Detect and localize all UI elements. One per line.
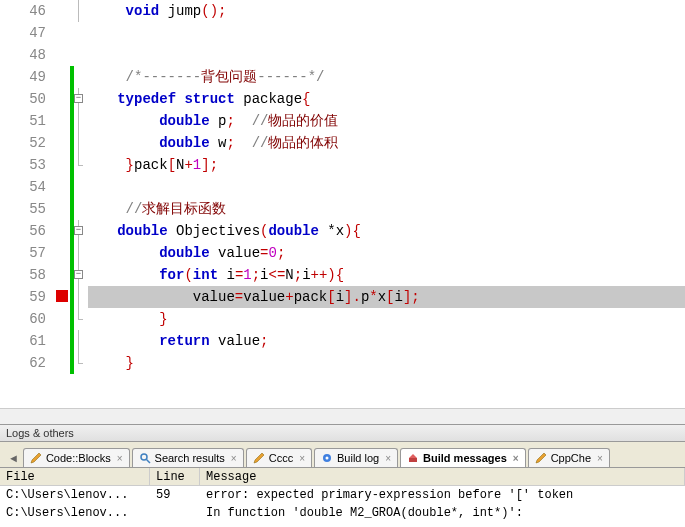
code-line[interactable]: 47 [0, 22, 685, 44]
close-icon[interactable]: × [597, 453, 603, 464]
code-line[interactable]: 46 void jump(); [0, 0, 685, 22]
gutter-mark [54, 0, 70, 22]
pencil-icon [253, 452, 265, 464]
code-text[interactable]: } [88, 308, 685, 330]
close-icon[interactable]: × [117, 453, 123, 464]
msg-line [150, 504, 200, 522]
fold-gutter [70, 66, 88, 88]
line-number: 62 [0, 352, 54, 374]
change-bar [70, 154, 74, 176]
code-text[interactable] [88, 44, 685, 66]
code-line[interactable]: 54 [0, 176, 685, 198]
code-text[interactable]: for(int i=1;i<=N;i++){ [88, 264, 685, 286]
column-line[interactable]: Line [150, 468, 200, 485]
code-line[interactable]: 48 [0, 44, 685, 66]
close-icon[interactable]: × [299, 453, 305, 464]
msg-text: In function 'double M2_GROA(double*, int… [200, 504, 685, 522]
line-number: 52 [0, 132, 54, 154]
code-line[interactable]: 56− double Objectives(double *x){ [0, 220, 685, 242]
line-number: 46 [0, 0, 54, 22]
tab-label: Build log [337, 452, 379, 464]
code-line[interactable]: 60 } [0, 308, 685, 330]
tab-code-blocks[interactable]: Code::Blocks× [23, 448, 130, 467]
message-row[interactable]: C:\Users\lenov...In function 'double M2_… [0, 504, 685, 522]
code-text[interactable]: } [88, 352, 685, 374]
gutter-mark [54, 242, 70, 264]
code-line[interactable]: 59 value=value+pack[i].p*x[i]; [0, 286, 685, 308]
code-text[interactable]: return value; [88, 330, 685, 352]
tab-label: Build messages [423, 452, 507, 464]
fold-gutter: − [70, 220, 88, 242]
gutter-mark [54, 22, 70, 44]
change-bar [70, 286, 74, 308]
fold-gutter [70, 132, 88, 154]
error-marker-icon [56, 290, 68, 302]
code-line[interactable]: 58− for(int i=1;i<=N;i++){ [0, 264, 685, 286]
code-text[interactable]: void jump(); [88, 0, 685, 22]
line-number: 58 [0, 264, 54, 286]
code-editor[interactable]: 46 void jump();474849 /*-------背包问题-----… [0, 0, 685, 408]
change-bar [70, 330, 74, 352]
message-row[interactable]: C:\Users\lenov...59error: expected prima… [0, 486, 685, 504]
close-icon[interactable]: × [513, 453, 519, 464]
fold-gutter [70, 286, 88, 308]
code-text[interactable] [88, 22, 685, 44]
code-text[interactable]: double value=0; [88, 242, 685, 264]
code-line[interactable]: 52 double w; //物品的体积 [0, 132, 685, 154]
gutter-mark [54, 176, 70, 198]
fold-toggle-icon[interactable]: − [74, 94, 83, 103]
gutter-mark [54, 308, 70, 330]
tab-scroll-left[interactable]: ◄ [4, 449, 23, 467]
line-number: 49 [0, 66, 54, 88]
code-text[interactable] [88, 176, 685, 198]
tab-label: Cccc [269, 452, 293, 464]
close-icon[interactable]: × [385, 453, 391, 464]
fold-gutter [70, 0, 88, 22]
line-number: 55 [0, 198, 54, 220]
close-icon[interactable]: × [231, 453, 237, 464]
code-text[interactable]: }pack[N+1]; [88, 154, 685, 176]
messages-header: File Line Message [0, 468, 685, 486]
code-line[interactable]: 57 double value=0; [0, 242, 685, 264]
msg-file: C:\Users\lenov... [0, 504, 150, 522]
code-line[interactable]: 53 }pack[N+1]; [0, 154, 685, 176]
code-line[interactable]: 62 } [0, 352, 685, 374]
code-line[interactable]: 51 double p; //物品的价值 [0, 110, 685, 132]
code-text[interactable]: double p; //物品的价值 [88, 110, 685, 132]
tab-cccc[interactable]: Cccc× [246, 448, 312, 467]
line-number: 57 [0, 242, 54, 264]
code-text[interactable]: value=value+pack[i].p*x[i]; [88, 286, 685, 308]
code-text[interactable]: //求解目标函数 [88, 198, 685, 220]
code-text[interactable]: double w; //物品的体积 [88, 132, 685, 154]
line-number: 53 [0, 154, 54, 176]
code-line[interactable]: 50− typedef struct package{ [0, 88, 685, 110]
code-line[interactable]: 55 //求解目标函数 [0, 198, 685, 220]
fold-gutter [70, 352, 88, 374]
code-text[interactable]: /*-------背包问题------*/ [88, 66, 685, 88]
msg-text: error: expected primary-expression befor… [200, 486, 685, 504]
gutter-mark [54, 110, 70, 132]
tab-search-results[interactable]: Search results× [132, 448, 244, 467]
code-line[interactable]: 61 return value; [0, 330, 685, 352]
msg-file: C:\Users\lenov... [0, 486, 150, 504]
tab-build-log[interactable]: Build log× [314, 448, 398, 467]
fold-toggle-icon[interactable]: − [74, 226, 83, 235]
fold-gutter: − [70, 88, 88, 110]
horizontal-scrollbar[interactable] [0, 408, 685, 424]
code-text[interactable]: typedef struct package{ [88, 88, 685, 110]
pencil-icon [535, 452, 547, 464]
pencil-icon [30, 452, 42, 464]
column-file[interactable]: File [0, 468, 150, 485]
change-bar [70, 132, 74, 154]
code-text[interactable]: double Objectives(double *x){ [88, 220, 685, 242]
fold-toggle-icon[interactable]: − [74, 270, 83, 279]
tab-label: Code::Blocks [46, 452, 111, 464]
column-message[interactable]: Message [200, 468, 685, 485]
change-bar [70, 110, 74, 132]
svg-point-3 [326, 457, 329, 460]
tab-cppche[interactable]: CppChe× [528, 448, 610, 467]
line-number: 61 [0, 330, 54, 352]
tab-build-messages[interactable]: Build messages× [400, 448, 526, 467]
gutter-mark [54, 132, 70, 154]
code-line[interactable]: 49 /*-------背包问题------*/ [0, 66, 685, 88]
